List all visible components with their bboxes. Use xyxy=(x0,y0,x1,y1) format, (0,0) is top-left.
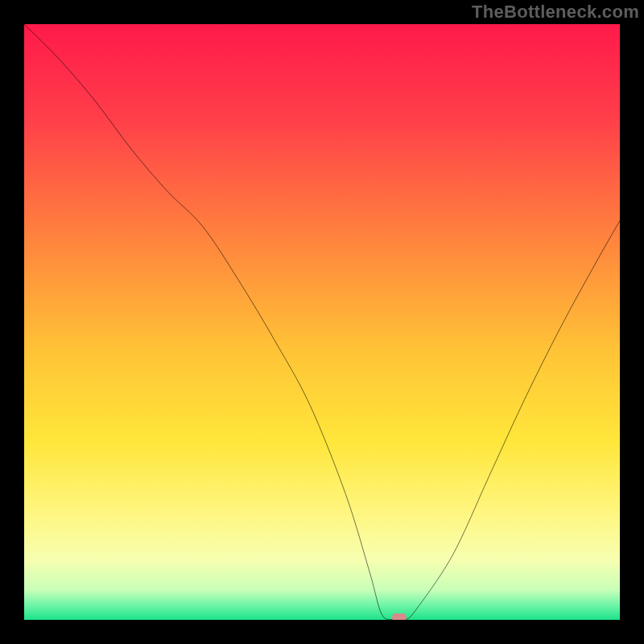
curve-layer xyxy=(24,24,620,620)
chart-frame: TheBottleneck.com xyxy=(0,0,644,644)
bottleneck-curve-path xyxy=(24,24,620,620)
optimal-point-marker xyxy=(392,613,407,620)
watermark-text: TheBottleneck.com xyxy=(472,2,639,23)
plot-area xyxy=(24,24,620,620)
